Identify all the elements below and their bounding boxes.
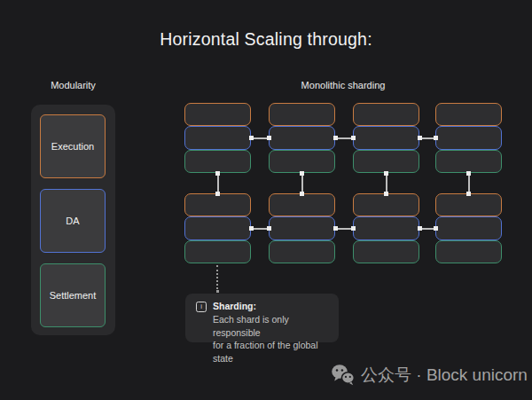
shard-segment — [353, 103, 419, 126]
shard-segment — [269, 216, 335, 239]
connector-node — [333, 136, 338, 140]
shard-segment — [435, 126, 502, 149]
shard-segment — [353, 216, 419, 239]
connector-node — [249, 136, 254, 140]
shard-segment — [353, 150, 419, 173]
shard-segment — [184, 193, 251, 216]
shard-segment — [353, 126, 419, 149]
shard-segment — [435, 216, 502, 239]
tooltip-line-2: for a fraction of the global state — [213, 339, 330, 365]
connector-node — [466, 192, 471, 196]
connector-node — [333, 226, 338, 231]
watermark-text: 公众号 · Block unicorn — [361, 364, 528, 387]
connector-node — [418, 136, 422, 140]
shard-stack — [269, 193, 335, 263]
connector-node — [418, 226, 422, 231]
shard-segment — [184, 150, 251, 173]
shard-segment — [269, 126, 335, 149]
connector-node — [215, 192, 220, 196]
info-icon: i — [196, 302, 207, 312]
connector-node — [267, 136, 271, 140]
connector-node — [384, 171, 388, 176]
connector-node — [351, 226, 356, 231]
shard-segment — [435, 150, 502, 173]
connector-node — [434, 226, 438, 231]
shard-segment — [435, 240, 502, 263]
shard-segment — [269, 150, 335, 173]
wechat-icon — [331, 363, 355, 387]
connector-node — [434, 136, 438, 140]
tooltip-title: Sharding: — [213, 301, 330, 311]
shard-segment — [353, 193, 419, 216]
shard-segment — [184, 103, 251, 126]
annotation-dotted-line-end — [216, 290, 219, 293]
connector-node — [215, 171, 220, 176]
shard-stack — [435, 193, 502, 263]
shard-stack — [353, 103, 419, 173]
shard-stack — [435, 103, 502, 173]
shard-stack — [269, 103, 335, 173]
shard-segment — [435, 193, 502, 216]
connector-node — [351, 136, 356, 140]
annotation-dotted-line — [216, 265, 218, 289]
shard-stack — [353, 193, 419, 263]
shard-segment — [184, 216, 251, 239]
connector-node — [267, 226, 271, 231]
shard-stack — [184, 193, 251, 263]
tooltip-line-1: Each shard is only responsible — [213, 313, 330, 339]
shard-segment — [269, 103, 335, 126]
connector-node — [249, 226, 254, 231]
shard-segment — [269, 193, 335, 216]
shard-segment — [435, 103, 502, 126]
watermark: 公众号 · Block unicorn — [331, 363, 528, 387]
shard-segment — [184, 240, 251, 263]
connector-node — [300, 192, 304, 196]
shard-segment — [269, 240, 335, 263]
shard-stack — [184, 103, 251, 173]
connector-node — [384, 192, 388, 196]
diagram-canvas: Horizontal Scaling through: Modularity M… — [0, 0, 532, 400]
connector-node — [466, 171, 471, 176]
connector-node — [300, 171, 304, 176]
sharding-tooltip: i Sharding: Each shard is only responsib… — [185, 294, 339, 342]
shard-segment — [353, 240, 419, 263]
shard-segment — [184, 126, 251, 149]
